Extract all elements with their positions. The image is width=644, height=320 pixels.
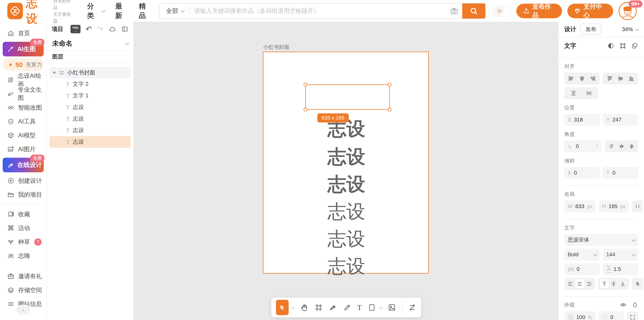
align-center-h-button[interactable]	[577, 74, 586, 83]
sidebar-item-invite-rewards[interactable]: 邀请有礼	[0, 269, 46, 283]
search-button[interactable]	[462, 4, 485, 18]
align-right-button[interactable]	[588, 74, 598, 83]
expand-button[interactable]	[627, 311, 638, 320]
layer-frame-xiaohongshu[interactable]: 小红书封面	[50, 67, 131, 78]
layer-row-zhishe-2[interactable]: T志设	[50, 113, 131, 124]
line-height-field[interactable]: A 1.5	[603, 263, 638, 275]
angle-field[interactable]: 0 °	[564, 140, 602, 152]
contrast-icon[interactable]	[608, 42, 614, 49]
sidebar-item-my-projects[interactable]: 我的项目	[0, 188, 46, 202]
opacity-field[interactable]: 100 %	[564, 311, 596, 320]
pen-tool-button[interactable]	[328, 303, 337, 312]
align-bottom-button[interactable]	[627, 74, 636, 83]
collapse-triangle-icon[interactable]	[52, 72, 56, 74]
select-tool-button[interactable]	[276, 300, 288, 315]
layer-row-zhishe-4-selected[interactable]: T志设	[50, 136, 131, 148]
droplet-icon[interactable]	[632, 302, 638, 308]
layer-row-text1[interactable]: T文字 1	[50, 90, 131, 102]
text-align-left-button[interactable]	[566, 279, 575, 288]
text-tool-button[interactable]: T	[357, 303, 362, 312]
selection-handle-ne[interactable]	[388, 82, 392, 86]
selection-box[interactable]	[305, 84, 390, 110]
camera-search-icon[interactable]	[446, 7, 462, 15]
search-input[interactable]	[190, 8, 446, 14]
position-x-field[interactable]: X318	[564, 114, 600, 126]
theme-toggle[interactable]	[494, 6, 511, 16]
nav-category[interactable]: 分类	[87, 2, 104, 20]
publish-work-button[interactable]: 发布作品	[516, 4, 562, 18]
rotate-button[interactable]	[607, 142, 616, 151]
publish-button[interactable]: 发布	[580, 24, 601, 35]
sidebar-item-ai-tools[interactable]: AI AI工具	[0, 114, 46, 128]
skew-x-field[interactable]: X0	[564, 167, 600, 179]
canvas-area[interactable]: 小红书封面 志设 志设 志设 志设 志设 志设 633 x 185	[134, 22, 558, 320]
sidebar-item-online-design[interactable]: 在线设计 免费	[3, 158, 44, 172]
sidebar-item-home[interactable]: 首页	[0, 26, 46, 40]
frame-select-icon[interactable]	[619, 42, 626, 49]
text-valign-middle-button[interactable]	[609, 279, 618, 288]
sidebar-item-pro-text-to-image[interactable]: 专业文生图	[0, 87, 46, 101]
sidebar-item-smart-edit[interactable]: 智能改图	[0, 101, 46, 114]
layer-row-zhishe-1[interactable]: T志设	[50, 102, 131, 113]
project-name-row[interactable]: 未命名	[47, 36, 134, 51]
eye-icon[interactable]	[620, 301, 627, 308]
corner-radius-field[interactable]: 0	[599, 311, 624, 320]
sidebar-item-storage-space[interactable]: 存储空间	[0, 283, 46, 297]
align-top-button[interactable]	[605, 74, 614, 83]
layer-row-text2[interactable]: T文字 2	[50, 78, 131, 90]
nav-featured[interactable]: 精品	[139, 2, 152, 20]
selection-handle-sw[interactable]	[304, 108, 307, 112]
search-category-dropdown[interactable]: 全部	[159, 7, 189, 15]
align-left-button[interactable]	[566, 74, 576, 83]
font-size-select[interactable]: 144	[603, 248, 638, 260]
tab-design[interactable]: 设计	[564, 25, 576, 33]
sidebar-item-ai-pictures[interactable]: AI图片	[0, 142, 46, 156]
redo-icon[interactable]: ↷	[97, 25, 104, 33]
selection-handle-nw[interactable]	[304, 82, 307, 86]
selection-handle-se[interactable]	[388, 108, 392, 112]
canvas-text-2[interactable]: 志设	[264, 147, 429, 166]
user-avatar[interactable]: 99+	[618, 2, 637, 20]
zoom-dropdown[interactable]: 34%	[622, 26, 638, 32]
width-field[interactable]: W633px	[564, 200, 596, 212]
logo[interactable]: 志设 分享好作品 天天拿收益	[7, 0, 74, 26]
text-align-right-button[interactable]	[584, 279, 594, 288]
zhishe-assets-button[interactable]	[408, 303, 416, 312]
artboard-label[interactable]: 小红书封面	[263, 44, 289, 51]
undo-icon[interactable]: ↶	[86, 25, 92, 33]
hand-tool-button[interactable]	[300, 303, 308, 312]
distribute-vertical-button[interactable]	[569, 88, 578, 98]
sidebar-item-create-design[interactable]: 创建设计	[0, 174, 46, 188]
sidebar-item-seeding[interactable]: 种草 7	[0, 235, 46, 249]
skew-y-field[interactable]: Y0	[603, 167, 638, 179]
shape-tool-button[interactable]	[368, 303, 376, 312]
payment-center-button[interactable]: 支付中心	[567, 4, 613, 18]
sidebar-item-zhihai[interactable]: 志嗨	[0, 249, 46, 263]
frame-tool-button[interactable]	[314, 303, 323, 312]
nav-latest[interactable]: 最新	[115, 2, 128, 20]
canvas-text-4[interactable]: 志设	[264, 202, 429, 221]
duplicate-icon[interactable]	[631, 42, 638, 49]
image-tool-button[interactable]	[388, 303, 396, 312]
sidebar-item-favorites[interactable]: 收藏	[0, 207, 46, 221]
pencil-tool-button[interactable]	[343, 303, 351, 312]
align-middle-v-button[interactable]	[616, 74, 625, 83]
flip-horizontal-button[interactable]	[617, 142, 626, 151]
text-valign-top-button[interactable]	[600, 279, 609, 288]
sidebar-item-activities[interactable]: ⌘ 活动	[0, 221, 46, 235]
text-align-center-button[interactable]	[575, 279, 584, 288]
sidebar-collapse-button[interactable]: ‹	[16, 304, 30, 314]
sidebar-item-ai-image-gen[interactable]: AI生图 免费	[3, 42, 44, 56]
height-field[interactable]: H185px	[599, 200, 629, 212]
canvas-text-5[interactable]: 志设	[264, 229, 429, 248]
canvas-text-6[interactable]: 志设	[264, 257, 429, 276]
position-y-field[interactable]: Y247	[603, 114, 638, 126]
chevron-down-icon[interactable]	[292, 306, 295, 309]
flip-vertical-button[interactable]	[627, 142, 636, 151]
constrain-proportions-button[interactable]	[632, 200, 643, 212]
canvas-text-3[interactable]: 志设	[264, 175, 429, 194]
cloud-sync-icon[interactable]	[108, 25, 116, 33]
font-family-select[interactable]: 思源宋体	[564, 234, 638, 246]
text-valign-bottom-button[interactable]	[618, 279, 628, 288]
sidebar-item-zhishe-ai-paint[interactable]: 志设AI绘画	[0, 73, 46, 87]
